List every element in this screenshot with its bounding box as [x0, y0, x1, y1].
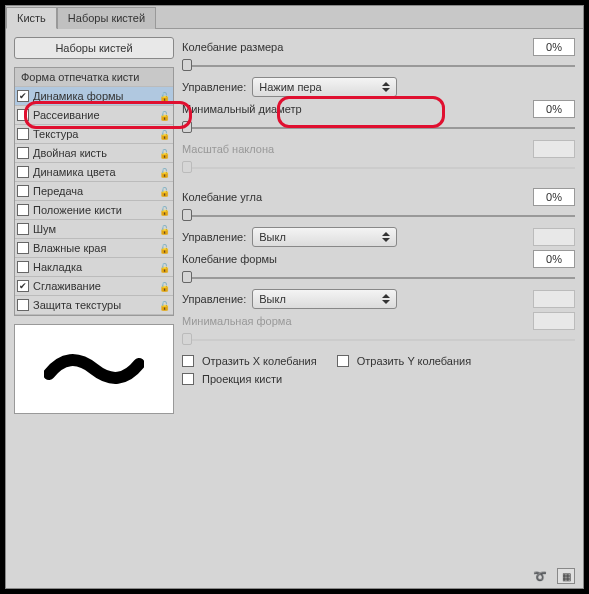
list-item-wet-edges[interactable]: Влажные края	[15, 239, 173, 258]
lock-icon[interactable]	[157, 110, 171, 121]
lock-icon[interactable]	[157, 205, 171, 216]
checkbox-icon[interactable]	[17, 223, 29, 235]
new-preset-icon[interactable]: ▦	[557, 568, 575, 584]
flip-x-checkbox[interactable]	[182, 355, 194, 367]
checkbox-icon[interactable]	[17, 185, 29, 197]
list-item-protect-texture[interactable]: Защита текстуры	[15, 296, 173, 315]
lock-icon[interactable]	[157, 262, 171, 273]
brush-projection-label: Проекция кисти	[202, 373, 282, 385]
control-label: Управление:	[182, 81, 246, 93]
toggle-icon[interactable]: ➰	[533, 570, 547, 583]
lock-icon[interactable]	[157, 167, 171, 178]
checkbox-icon[interactable]	[17, 280, 29, 292]
tab-brush[interactable]: Кисть	[6, 7, 57, 29]
brush-stroke-icon	[44, 344, 144, 394]
lock-icon[interactable]	[157, 91, 171, 102]
list-label: Двойная кисть	[33, 147, 107, 159]
list-item-brush-pose[interactable]: Положение кисти	[15, 201, 173, 220]
list-item-texture[interactable]: Текстура	[15, 125, 173, 144]
roundness-jitter-value[interactable]: 0%	[533, 250, 575, 268]
brush-preview	[14, 324, 174, 414]
list-label: Накладка	[33, 261, 82, 273]
checkbox-icon[interactable]	[17, 147, 29, 159]
list-label: Влажные края	[33, 242, 106, 254]
flip-y-checkbox[interactable]	[337, 355, 349, 367]
min-roundness-slider	[182, 333, 575, 347]
checkbox-icon[interactable]	[17, 109, 29, 121]
lock-icon[interactable]	[157, 186, 171, 197]
flip-y-label: Отразить Y колебания	[357, 355, 471, 367]
checkbox-icon[interactable]	[17, 128, 29, 140]
control-dropdown-pen-pressure[interactable]: Нажим пера	[252, 77, 397, 97]
roundness-jitter-label: Колебание формы	[182, 253, 277, 265]
min-diameter-value[interactable]: 0%	[533, 100, 575, 118]
list-label: Сглаживание	[33, 280, 101, 292]
checkbox-icon[interactable]	[17, 261, 29, 273]
list-label: Динамика формы	[33, 90, 123, 102]
size-jitter-label: Колебание размера	[182, 41, 283, 53]
tilt-scale-value	[533, 140, 575, 158]
list-item-noise[interactable]: Шум	[15, 220, 173, 239]
list-label: Передача	[33, 185, 83, 197]
control-label: Управление:	[182, 293, 246, 305]
roundness-jitter-slider[interactable]	[182, 271, 575, 285]
empty-value	[533, 228, 575, 246]
control-dropdown-off[interactable]: Выкл	[252, 227, 397, 247]
empty-value	[533, 290, 575, 308]
checkbox-icon[interactable]	[17, 90, 29, 102]
list-label: Шум	[33, 223, 56, 235]
list-item-scattering[interactable]: Рассеивание	[15, 106, 173, 125]
tab-presets[interactable]: Наборы кистей	[57, 7, 156, 29]
list-label: Положение кисти	[33, 204, 122, 216]
list-item-color-dynamics[interactable]: Динамика цвета	[15, 163, 173, 182]
min-roundness-value	[533, 312, 575, 330]
lock-icon[interactable]	[157, 129, 171, 140]
list-item-dual-brush[interactable]: Двойная кисть	[15, 144, 173, 163]
list-item-smoothing[interactable]: Сглаживание	[15, 277, 173, 296]
angle-jitter-slider[interactable]	[182, 209, 575, 223]
lock-icon[interactable]	[157, 148, 171, 159]
list-label: Защита текстуры	[33, 299, 121, 311]
checkbox-icon[interactable]	[17, 242, 29, 254]
size-jitter-value[interactable]: 0%	[533, 38, 575, 56]
tab-bar: Кисть Наборы кистей	[6, 6, 583, 29]
checkbox-icon[interactable]	[17, 166, 29, 178]
flip-x-label: Отразить X колебания	[202, 355, 317, 367]
min-diameter-label: Минимальный диаметр	[182, 103, 302, 115]
list-label: Рассеивание	[33, 109, 100, 121]
brush-presets-button[interactable]: Наборы кистей	[14, 37, 174, 59]
list-item-buildup[interactable]: Накладка	[15, 258, 173, 277]
checkbox-icon[interactable]	[17, 204, 29, 216]
brush-tip-shape-header[interactable]: Форма отпечатка кисти	[15, 68, 173, 87]
list-item-transfer[interactable]: Передача	[15, 182, 173, 201]
lock-icon[interactable]	[157, 281, 171, 292]
control-label: Управление:	[182, 231, 246, 243]
control-dropdown-off[interactable]: Выкл	[252, 289, 397, 309]
tilt-scale-label: Масштаб наклона	[182, 143, 274, 155]
list-label: Динамика цвета	[33, 166, 116, 178]
list-item-shape-dynamics[interactable]: Динамика формы	[15, 87, 173, 106]
list-label: Текстура	[33, 128, 78, 140]
brush-options-list: Форма отпечатка кисти Динамика формы Рас…	[14, 67, 174, 316]
lock-icon[interactable]	[157, 300, 171, 311]
brush-projection-checkbox[interactable]	[182, 373, 194, 385]
checkbox-icon[interactable]	[17, 299, 29, 311]
angle-jitter-label: Колебание угла	[182, 191, 262, 203]
min-roundness-label: Минимальная форма	[182, 315, 292, 327]
min-diameter-slider[interactable]	[182, 121, 575, 135]
angle-jitter-value[interactable]: 0%	[533, 188, 575, 206]
tilt-scale-slider	[182, 161, 575, 175]
lock-icon[interactable]	[157, 224, 171, 235]
size-jitter-slider[interactable]	[182, 59, 575, 73]
lock-icon[interactable]	[157, 243, 171, 254]
